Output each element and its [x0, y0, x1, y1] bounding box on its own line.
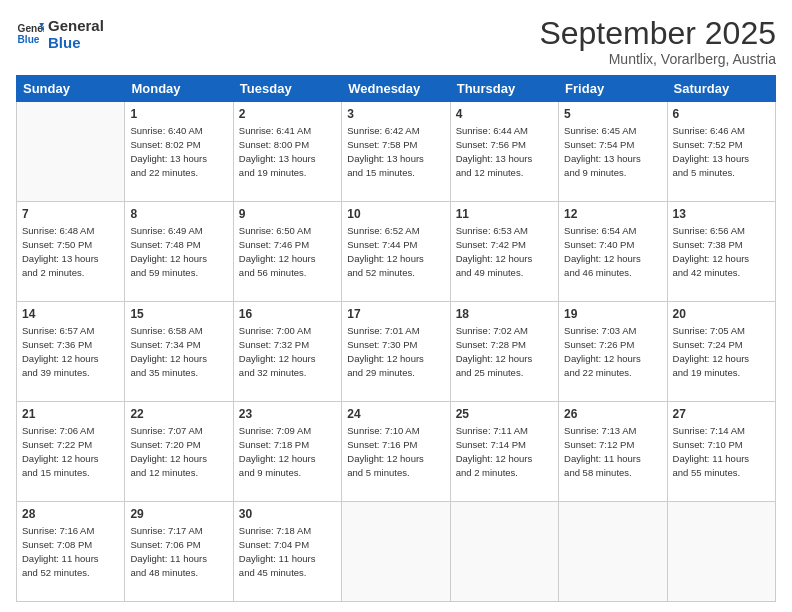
cell-info: Sunrise: 6:56 AMSunset: 7:38 PMDaylight:… — [673, 225, 750, 277]
cell-info: Sunrise: 6:44 AMSunset: 7:56 PMDaylight:… — [456, 125, 533, 177]
location-subtitle: Muntlix, Vorarlberg, Austria — [539, 51, 776, 67]
calendar-week-row: 21Sunrise: 7:06 AMSunset: 7:22 PMDayligh… — [17, 402, 776, 502]
logo: General Blue General Blue — [16, 16, 104, 51]
col-friday: Friday — [559, 76, 667, 102]
table-row — [450, 502, 558, 602]
cell-info: Sunrise: 7:16 AMSunset: 7:08 PMDaylight:… — [22, 525, 99, 577]
table-row: 10Sunrise: 6:52 AMSunset: 7:44 PMDayligh… — [342, 202, 450, 302]
calendar-week-row: 28Sunrise: 7:16 AMSunset: 7:08 PMDayligh… — [17, 502, 776, 602]
col-tuesday: Tuesday — [233, 76, 341, 102]
table-row: 3Sunrise: 6:42 AMSunset: 7:58 PMDaylight… — [342, 102, 450, 202]
calendar-header-row: Sunday Monday Tuesday Wednesday Thursday… — [17, 76, 776, 102]
day-number: 24 — [347, 406, 444, 422]
table-row: 22Sunrise: 7:07 AMSunset: 7:20 PMDayligh… — [125, 402, 233, 502]
table-row: 2Sunrise: 6:41 AMSunset: 8:00 PMDaylight… — [233, 102, 341, 202]
svg-text:General: General — [18, 23, 44, 34]
table-row: 11Sunrise: 6:53 AMSunset: 7:42 PMDayligh… — [450, 202, 558, 302]
day-number: 30 — [239, 506, 336, 522]
day-number: 14 — [22, 306, 119, 322]
day-number: 8 — [130, 206, 227, 222]
cell-info: Sunrise: 6:50 AMSunset: 7:46 PMDaylight:… — [239, 225, 316, 277]
cell-info: Sunrise: 6:58 AMSunset: 7:34 PMDaylight:… — [130, 325, 207, 377]
logo-general-text: General — [48, 18, 104, 35]
cell-info: Sunrise: 7:03 AMSunset: 7:26 PMDaylight:… — [564, 325, 641, 377]
table-row: 15Sunrise: 6:58 AMSunset: 7:34 PMDayligh… — [125, 302, 233, 402]
col-monday: Monday — [125, 76, 233, 102]
table-row: 13Sunrise: 6:56 AMSunset: 7:38 PMDayligh… — [667, 202, 775, 302]
day-number: 27 — [673, 406, 770, 422]
table-row: 23Sunrise: 7:09 AMSunset: 7:18 PMDayligh… — [233, 402, 341, 502]
calendar-week-row: 1Sunrise: 6:40 AMSunset: 8:02 PMDaylight… — [17, 102, 776, 202]
cell-info: Sunrise: 6:57 AMSunset: 7:36 PMDaylight:… — [22, 325, 99, 377]
day-number: 23 — [239, 406, 336, 422]
calendar-week-row: 7Sunrise: 6:48 AMSunset: 7:50 PMDaylight… — [17, 202, 776, 302]
day-number: 7 — [22, 206, 119, 222]
cell-info: Sunrise: 6:54 AMSunset: 7:40 PMDaylight:… — [564, 225, 641, 277]
day-number: 3 — [347, 106, 444, 122]
table-row: 14Sunrise: 6:57 AMSunset: 7:36 PMDayligh… — [17, 302, 125, 402]
day-number: 15 — [130, 306, 227, 322]
day-number: 6 — [673, 106, 770, 122]
month-title: September 2025 — [539, 16, 776, 51]
day-number: 10 — [347, 206, 444, 222]
cell-info: Sunrise: 7:07 AMSunset: 7:20 PMDaylight:… — [130, 425, 207, 477]
cell-info: Sunrise: 7:09 AMSunset: 7:18 PMDaylight:… — [239, 425, 316, 477]
table-row: 7Sunrise: 6:48 AMSunset: 7:50 PMDaylight… — [17, 202, 125, 302]
day-number: 22 — [130, 406, 227, 422]
day-number: 18 — [456, 306, 553, 322]
calendar-table: Sunday Monday Tuesday Wednesday Thursday… — [16, 75, 776, 602]
table-row: 26Sunrise: 7:13 AMSunset: 7:12 PMDayligh… — [559, 402, 667, 502]
table-row: 25Sunrise: 7:11 AMSunset: 7:14 PMDayligh… — [450, 402, 558, 502]
col-saturday: Saturday — [667, 76, 775, 102]
table-row: 4Sunrise: 6:44 AMSunset: 7:56 PMDaylight… — [450, 102, 558, 202]
cell-info: Sunrise: 6:52 AMSunset: 7:44 PMDaylight:… — [347, 225, 424, 277]
table-row: 28Sunrise: 7:16 AMSunset: 7:08 PMDayligh… — [17, 502, 125, 602]
day-number: 17 — [347, 306, 444, 322]
table-row: 19Sunrise: 7:03 AMSunset: 7:26 PMDayligh… — [559, 302, 667, 402]
cell-info: Sunrise: 7:13 AMSunset: 7:12 PMDaylight:… — [564, 425, 641, 477]
cell-info: Sunrise: 6:45 AMSunset: 7:54 PMDaylight:… — [564, 125, 641, 177]
page-header: General Blue General Blue September 2025… — [16, 16, 776, 67]
svg-text:Blue: Blue — [18, 34, 40, 45]
cell-info: Sunrise: 7:02 AMSunset: 7:28 PMDaylight:… — [456, 325, 533, 377]
cell-info: Sunrise: 6:42 AMSunset: 7:58 PMDaylight:… — [347, 125, 424, 177]
table-row: 20Sunrise: 7:05 AMSunset: 7:24 PMDayligh… — [667, 302, 775, 402]
table-row: 30Sunrise: 7:18 AMSunset: 7:04 PMDayligh… — [233, 502, 341, 602]
cell-info: Sunrise: 6:40 AMSunset: 8:02 PMDaylight:… — [130, 125, 207, 177]
table-row — [559, 502, 667, 602]
table-row: 21Sunrise: 7:06 AMSunset: 7:22 PMDayligh… — [17, 402, 125, 502]
day-number: 5 — [564, 106, 661, 122]
table-row — [17, 102, 125, 202]
table-row: 12Sunrise: 6:54 AMSunset: 7:40 PMDayligh… — [559, 202, 667, 302]
table-row: 18Sunrise: 7:02 AMSunset: 7:28 PMDayligh… — [450, 302, 558, 402]
day-number: 11 — [456, 206, 553, 222]
day-number: 2 — [239, 106, 336, 122]
day-number: 1 — [130, 106, 227, 122]
col-sunday: Sunday — [17, 76, 125, 102]
day-number: 13 — [673, 206, 770, 222]
cell-info: Sunrise: 6:53 AMSunset: 7:42 PMDaylight:… — [456, 225, 533, 277]
day-number: 12 — [564, 206, 661, 222]
table-row — [342, 502, 450, 602]
cell-info: Sunrise: 6:46 AMSunset: 7:52 PMDaylight:… — [673, 125, 750, 177]
cell-info: Sunrise: 6:49 AMSunset: 7:48 PMDaylight:… — [130, 225, 207, 277]
cell-info: Sunrise: 7:00 AMSunset: 7:32 PMDaylight:… — [239, 325, 316, 377]
day-number: 21 — [22, 406, 119, 422]
calendar-week-row: 14Sunrise: 6:57 AMSunset: 7:36 PMDayligh… — [17, 302, 776, 402]
title-block: September 2025 Muntlix, Vorarlberg, Aust… — [539, 16, 776, 67]
table-row: 6Sunrise: 6:46 AMSunset: 7:52 PMDaylight… — [667, 102, 775, 202]
cell-info: Sunrise: 7:17 AMSunset: 7:06 PMDaylight:… — [130, 525, 207, 577]
table-row: 24Sunrise: 7:10 AMSunset: 7:16 PMDayligh… — [342, 402, 450, 502]
table-row: 17Sunrise: 7:01 AMSunset: 7:30 PMDayligh… — [342, 302, 450, 402]
day-number: 19 — [564, 306, 661, 322]
table-row: 16Sunrise: 7:00 AMSunset: 7:32 PMDayligh… — [233, 302, 341, 402]
col-wednesday: Wednesday — [342, 76, 450, 102]
table-row: 8Sunrise: 6:49 AMSunset: 7:48 PMDaylight… — [125, 202, 233, 302]
day-number: 20 — [673, 306, 770, 322]
day-number: 4 — [456, 106, 553, 122]
day-number: 16 — [239, 306, 336, 322]
cell-info: Sunrise: 7:05 AMSunset: 7:24 PMDaylight:… — [673, 325, 750, 377]
table-row — [667, 502, 775, 602]
cell-info: Sunrise: 7:01 AMSunset: 7:30 PMDaylight:… — [347, 325, 424, 377]
table-row: 5Sunrise: 6:45 AMSunset: 7:54 PMDaylight… — [559, 102, 667, 202]
